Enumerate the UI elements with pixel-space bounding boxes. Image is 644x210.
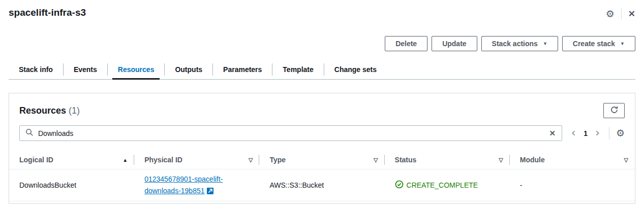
page-title: spacelift-infra-s3 <box>9 7 86 18</box>
external-link-icon <box>207 188 213 196</box>
delete-button[interactable]: Delete <box>385 36 427 51</box>
sort-icon[interactable]: ▽ <box>624 157 628 163</box>
sort-icon[interactable]: ▽ <box>499 157 503 163</box>
resource-search-box[interactable]: ✕ <box>19 125 562 141</box>
resources-table: Logical ID ▲ Physical ID ▽ Type ▽ Status… <box>9 151 635 203</box>
page-header: spacelift-infra-s3 ⚙ ✕ <box>9 0 635 19</box>
next-page-icon[interactable] <box>593 128 602 138</box>
refresh-icon <box>610 106 619 116</box>
tab-outputs[interactable]: Outputs <box>165 61 212 79</box>
tab-parameters[interactable]: Parameters <box>213 61 272 79</box>
resources-panel: Resources (1) ✕ <box>9 93 635 204</box>
tab-stack-info[interactable]: Stack info <box>9 61 63 79</box>
settings-gear-icon[interactable]: ⚙ <box>606 9 615 19</box>
refresh-button[interactable] <box>603 103 625 118</box>
sort-icon[interactable]: ▽ <box>249 157 253 163</box>
current-page-number[interactable]: 1 <box>580 129 591 137</box>
cell-physical-id: 012345678901-spacelift-downloads-19b851 <box>134 169 259 201</box>
create-stack-dropdown[interactable]: Create stack ▼ <box>562 36 635 51</box>
column-header-type[interactable]: Type ▽ <box>259 151 384 169</box>
tab-template[interactable]: Template <box>272 61 323 79</box>
cloudformation-stack-page: spacelift-infra-s3 ⚙ ✕ Delete Update Sta… <box>0 0 644 80</box>
stack-tabs: Stack info Events Resources Outputs Para… <box>9 61 635 80</box>
pagination: 1 ⚙ <box>569 127 625 139</box>
close-icon[interactable]: ✕ <box>628 9 635 19</box>
column-header-status[interactable]: Status ▽ <box>385 151 510 169</box>
table-header-row: Logical ID ▲ Physical ID ▽ Type ▽ Status… <box>9 151 635 169</box>
clear-search-icon[interactable]: ✕ <box>547 129 558 138</box>
stack-actions-dropdown[interactable]: Stack actions ▼ <box>481 36 558 51</box>
cell-type: AWS::S3::Bucket <box>259 177 384 193</box>
resources-panel-header: Resources (1) <box>9 93 635 118</box>
filter-row: ✕ 1 ⚙ <box>9 118 635 141</box>
sort-icon[interactable]: ▽ <box>374 157 378 163</box>
column-header-logical-id[interactable]: Logical ID ▲ <box>9 151 134 169</box>
sort-ascending-icon[interactable]: ▲ <box>122 157 128 163</box>
previous-page-icon[interactable] <box>569 128 578 138</box>
header-icons: ⚙ ✕ <box>606 8 635 19</box>
search-input[interactable] <box>38 129 543 137</box>
column-header-physical-id[interactable]: Physical ID ▽ <box>134 151 259 169</box>
status-text: CREATE_COMPLETE <box>407 181 478 189</box>
status-success-icon <box>395 180 404 190</box>
caret-down-icon: ▼ <box>543 42 547 46</box>
pagination-divider <box>609 127 609 139</box>
preferences-gear-icon[interactable]: ⚙ <box>616 128 625 138</box>
cell-status: CREATE_COMPLETE <box>385 176 510 194</box>
cell-logical-id: DownloadsBucket <box>9 177 134 193</box>
column-header-module[interactable]: Module ▽ <box>510 151 635 169</box>
cell-module: - <box>510 177 635 193</box>
update-button[interactable]: Update <box>432 36 477 51</box>
tab-events[interactable]: Events <box>64 61 107 79</box>
tab-resources[interactable]: Resources <box>108 61 165 79</box>
header-divider <box>621 8 622 19</box>
resources-title: Resources (1) <box>19 106 80 116</box>
caret-down-icon: ▼ <box>620 42 625 46</box>
search-icon <box>25 128 34 138</box>
stack-actions-toolbar: Delete Update Stack actions ▼ Create sta… <box>9 36 635 51</box>
tab-change-sets[interactable]: Change sets <box>324 61 387 79</box>
resources-count: (1) <box>69 106 80 116</box>
table-row: DownloadsBucket 012345678901-spacelift-d… <box>9 169 635 201</box>
